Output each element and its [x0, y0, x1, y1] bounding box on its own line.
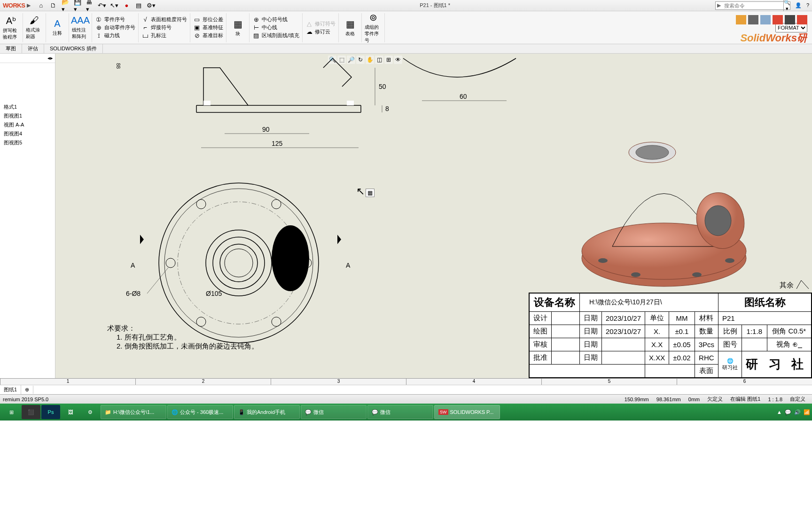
spellcheck-button[interactable]: Aᵇ拼写检验程序	[3, 15, 20, 40]
magnet-line-button[interactable]: ⟟磁力线	[95, 32, 135, 40]
svg-point-24	[272, 199, 281, 209]
new-icon[interactable]: 🗋	[49, 2, 57, 9]
datum-target-button[interactable]: ⊘基准目标	[193, 32, 223, 39]
title-right-icons: 👤 ?	[795, 2, 809, 8]
bottom-ruler: 123 456	[0, 378, 812, 385]
task-explorer[interactable]: 📁 H:\微信公众号\1...	[101, 405, 166, 419]
weld-symbol-button[interactable]: ⌐焊接符号	[141, 24, 187, 31]
tab-evaluate[interactable]: 评估	[22, 44, 44, 53]
print-icon[interactable]: 🖶▾	[86, 2, 94, 9]
linear-pattern-button[interactable]: AAA线性注释阵列	[72, 15, 89, 40]
svg-text:6-Ø8: 6-Ø8	[126, 290, 141, 297]
add-sheet-icon[interactable]: ⊕	[21, 386, 33, 394]
command-tabs: 草图 评估 SOLIDWORKS 插件	[0, 44, 812, 54]
color-swatch[interactable]	[748, 15, 758, 24]
search-box[interactable]: ▶ 🔍▾	[715, 1, 790, 10]
color-swatch[interactable]	[797, 15, 807, 24]
search-input[interactable]	[722, 3, 783, 8]
coord-z: 0mm	[688, 397, 700, 402]
svg-line-35	[147, 268, 168, 294]
app-logo: WORKS	[3, 2, 25, 9]
svg-rect-4	[203, 101, 211, 105]
task-icon[interactable]: ⬛	[22, 405, 40, 419]
auto-balloon-button[interactable]: ⊕自动零件序号	[95, 24, 135, 31]
rebuild-icon[interactable]: ●	[123, 2, 130, 9]
status-bar: remium 2019 SP5.0 150.99mm 98.361mm 0mm …	[0, 394, 812, 404]
tree-node[interactable]: 图视图5	[2, 138, 53, 147]
list-icon[interactable]: ▤	[135, 2, 142, 9]
surface-finish-button[interactable]: √表面粗糙度符号	[141, 16, 187, 23]
format-painter-button[interactable]: 🖌格式涂刷器	[26, 15, 43, 40]
color-swatch[interactable]	[760, 15, 771, 24]
sheet-tab[interactable]: 图纸1	[0, 385, 21, 394]
tree-node[interactable]: 视图 A-A	[2, 120, 53, 129]
centermark-button[interactable]: ⊕中心符号线	[252, 16, 299, 23]
save-icon[interactable]: 💾▾	[74, 2, 81, 9]
home-icon[interactable]: ⌂	[37, 2, 45, 9]
panel-expand-icon[interactable]: ▸	[50, 55, 53, 61]
task-solidworks[interactable]: SW SOLIDWORKS P...	[434, 405, 500, 419]
hole-callout-button[interactable]: ⌴孔标注	[141, 32, 187, 39]
color-swatch[interactable]	[785, 15, 795, 24]
tab-plugins[interactable]: SOLIDWORKS 插件	[44, 44, 103, 53]
svg-point-22	[225, 249, 253, 277]
svg-point-44	[631, 272, 640, 277]
svg-point-29	[272, 225, 309, 291]
block-button[interactable]: ▦块	[229, 18, 246, 37]
centerline-button[interactable]: ⊢中心线	[252, 24, 299, 31]
svg-text:60: 60	[460, 93, 467, 100]
note-button[interactable]: A注释	[49, 18, 66, 37]
arrow-icon[interactable]: ▶	[27, 2, 31, 8]
watermark-text: SolidWorks研	[740, 31, 807, 45]
task-browser[interactable]: 🌐 公众号 - 360极速...	[167, 405, 233, 419]
tree-node[interactable]: 格式1	[2, 103, 53, 111]
grouped-balloon-button[interactable]: ⊚成组的零件序号	[365, 12, 382, 44]
svg-text:90: 90	[262, 126, 270, 133]
hatch-button[interactable]: ▨区域剖面线/填充	[252, 32, 299, 39]
svg-rect-5	[347, 101, 354, 105]
search-play-icon: ▶	[716, 2, 722, 8]
svg-point-40	[636, 145, 669, 159]
tech-requirements: 术要求： 1. 所有孔倒工艺角。 2. 倒角按图纸加工，未画倒角的菱边去钝角。	[107, 324, 258, 351]
svg-point-20	[213, 237, 265, 289]
scale-status[interactable]: 1 : 1.8	[768, 397, 782, 402]
task-icon[interactable]: 🖼	[61, 405, 80, 419]
datum-button[interactable]: ▣基准特征	[193, 24, 223, 31]
feature-tree-panel: ◂ ▸ 格式1 图视图1 视图 A-A 图视图4 图视图5	[0, 54, 55, 378]
open-icon[interactable]: 📂▾	[62, 2, 69, 9]
custom-status[interactable]: 自定义	[790, 396, 805, 403]
task-wechat[interactable]: 💬 微信	[301, 405, 367, 419]
options-icon[interactable]: ⚙▾	[147, 2, 155, 9]
editing-status: 在编辑 图纸1	[730, 396, 760, 403]
tree-node[interactable]: 图视图1	[2, 111, 53, 120]
color-swatch[interactable]	[736, 15, 746, 24]
front-view: 50 8 90 125	[121, 54, 394, 157]
ribbon: Aᵇ拼写检验程序 🖌格式涂刷器 A注释 AAA线性注释阵列 ①零件序号 ⊕自动零…	[0, 11, 812, 44]
system-tray[interactable]: ▲💬🔊📶	[777, 409, 810, 415]
rev-symbol-button[interactable]: △修订符号	[305, 20, 336, 27]
help-icon[interactable]: ?	[806, 2, 809, 8]
geotol-button[interactable]: ▭形位公差	[193, 16, 223, 23]
balloon-button[interactable]: ①零件序号	[95, 16, 135, 23]
tree-node[interactable]: 图视图4	[2, 129, 53, 138]
task-wechat2[interactable]: 💬 微信	[367, 405, 433, 419]
svg-text:50: 50	[379, 83, 386, 90]
cursor-icon: ↖▦	[356, 185, 375, 198]
undo-icon[interactable]: ↶▾	[98, 2, 106, 9]
search-icon[interactable]: 🔍▾	[783, 0, 790, 12]
svg-text:A: A	[346, 262, 351, 269]
svg-text:Ø105: Ø105	[206, 290, 222, 297]
tab-sketch[interactable]: 草图	[0, 44, 22, 53]
task-ps[interactable]: Ps	[41, 405, 60, 419]
drawing-canvas[interactable]: 🔍 ⬚ 🔎 ↻ ✋ ◫ ⊞ 👁 88 50 8 90	[55, 54, 812, 378]
start-button[interactable]: ⊞	[2, 405, 21, 419]
rev-cloud-button[interactable]: ☁修订云	[305, 28, 336, 35]
select-icon[interactable]: ↖▾	[110, 2, 118, 9]
color-swatch[interactable]	[773, 15, 783, 24]
ruler-dim: 88	[116, 63, 121, 69]
table-button[interactable]: ▦表格	[342, 18, 359, 37]
task-android[interactable]: 📱 我的Android手机	[234, 405, 300, 419]
svg-marker-32	[337, 235, 341, 244]
user-icon[interactable]: 👤	[795, 2, 802, 8]
task-icon[interactable]: ⚙	[81, 405, 100, 419]
